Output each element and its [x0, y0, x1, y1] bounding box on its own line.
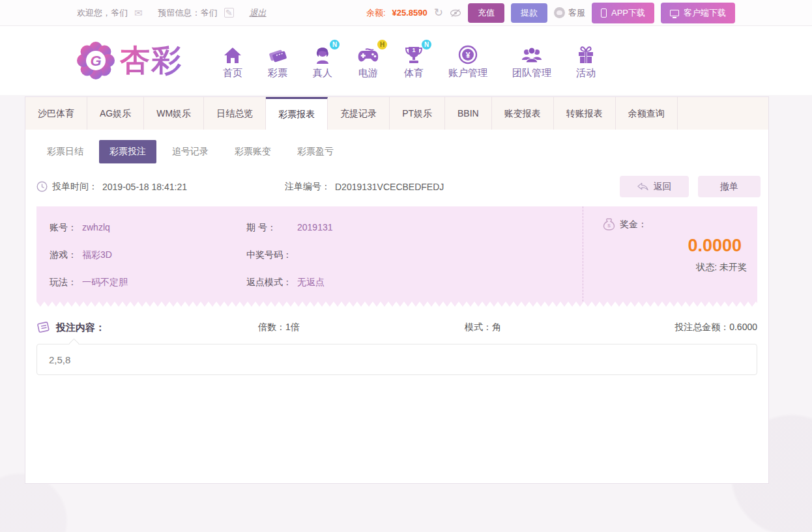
recharge-button[interactable]: 充值 — [468, 3, 504, 23]
withdraw-button[interactable]: 提款 — [511, 3, 547, 23]
subtab[interactable]: 追号记录 — [162, 140, 219, 163]
bet-content-icon — [36, 321, 51, 334]
gift-icon — [577, 46, 595, 64]
tab-label: 转账报表 — [566, 108, 603, 119]
bet-multiple: 倍数：1倍 — [258, 322, 465, 333]
report-tabs: 沙巴体育AG娱乐WM娱乐日结总览彩票报表充提记录PT娱乐BBIN账变报表转账报表… — [25, 97, 768, 130]
tab[interactable]: PT娱乐 — [390, 97, 445, 130]
rebate-mode-label: 返点模式： — [246, 277, 297, 288]
prize-value: 0.0000 — [603, 236, 747, 256]
client-download-button[interactable]: 客户端下载 — [661, 3, 735, 23]
team-icon — [521, 46, 543, 64]
tab-label: BBIN — [457, 108, 479, 119]
subtab[interactable]: 彩票盈亏 — [287, 140, 344, 163]
tab-label: 日结总览 — [216, 108, 253, 119]
order-detail-header: 投单时间：2019-05-18 18:41:21 注单编号：D2019131VC… — [36, 176, 761, 197]
app-download-label: APP下载 — [611, 7, 645, 19]
gamepad-icon — [357, 48, 379, 64]
nav-label: 账户管理 — [448, 67, 487, 79]
nav-item-promotions[interactable]: 活动 — [576, 42, 596, 79]
subtab-label: 彩票盈亏 — [297, 146, 334, 156]
subtab-label: 彩票投注 — [109, 146, 146, 156]
tab[interactable]: 日结总览 — [204, 97, 266, 130]
game-value: 福彩3D — [82, 249, 112, 260]
customer-service-icon — [554, 7, 565, 18]
status-label: 状态: — [696, 262, 717, 272]
client-download-label: 客户端下载 — [684, 7, 726, 19]
main-card: 沙巴体育AG娱乐WM娱乐日结总览彩票报表充提记录PT娱乐BBIN账变报表转账报表… — [25, 96, 769, 484]
subtab-label: 追号记录 — [172, 146, 209, 156]
issue-label: 期 号： — [246, 222, 297, 234]
ticket-icon — [267, 46, 288, 64]
tab[interactable]: 账变报表 — [492, 97, 554, 130]
tab[interactable]: 余额查询 — [616, 97, 678, 130]
bet-mode: 模式：角 — [465, 322, 674, 333]
nav-item-sports[interactable]: 1N 体育 — [404, 42, 424, 79]
subtab-label: 彩票账变 — [235, 146, 271, 156]
yuan-coin-icon: ¥ — [458, 45, 478, 64]
site-logo[interactable]: G 杏彩 — [77, 40, 182, 81]
topbar: 欢迎您，爷们 ✉ 预留信息：爷们 ✎ 退出 余额: ¥25.8590 ↻ 充值 … — [0, 0, 812, 26]
play-label: 玩法： — [50, 277, 82, 288]
tab[interactable]: AG娱乐 — [87, 97, 144, 130]
game-label: 游戏： — [50, 249, 82, 261]
reserved-info-text: 预留信息：爷们 — [158, 7, 218, 19]
tab[interactable]: 沙巴体育 — [25, 97, 87, 130]
nav-item-lottery[interactable]: 彩票 — [267, 42, 288, 79]
customer-service-button[interactable]: 客服 — [554, 7, 585, 19]
live-dealer-icon — [313, 45, 332, 64]
tab[interactable]: WM娱乐 — [144, 97, 204, 130]
tab-label: 充提记录 — [340, 108, 377, 119]
refresh-icon[interactable]: ↻ — [434, 6, 443, 20]
money-bag-icon: $ — [603, 218, 615, 231]
nav-label: 真人 — [313, 67, 332, 79]
tab[interactable]: 充提记录 — [328, 97, 390, 130]
tab-label: PT娱乐 — [402, 108, 432, 119]
winning-number-label: 中奖号码： — [246, 249, 297, 261]
cancel-order-button[interactable]: 撤单 — [698, 176, 761, 197]
nav-item-account[interactable]: ¥ 账户管理 — [448, 42, 487, 79]
subtab-label: 彩票日结 — [47, 146, 83, 156]
header: G 杏彩 首页 彩票 N 真人 H 电游 1N 体育 — [0, 26, 812, 95]
prize-label: 奖金： — [620, 219, 647, 231]
nav-item-team[interactable]: 团队管理 — [512, 42, 551, 79]
logo-flower-icon: G — [77, 42, 115, 79]
subtab[interactable]: 彩票投注 — [99, 140, 156, 163]
bet-time-value: 2019-05-18 18:41:21 — [102, 182, 187, 192]
tab-label: 彩票报表 — [278, 109, 315, 119]
status-value: 未开奖 — [719, 262, 747, 272]
ticket-zigzag-edge — [36, 301, 757, 307]
nav-label: 彩票 — [268, 67, 287, 79]
eye-off-icon[interactable] — [450, 8, 461, 18]
order-no-value: D2019131VCECBEDFEDJ — [335, 182, 444, 192]
home-icon — [223, 46, 242, 64]
bet-numbers-box: 2,5,8 — [36, 344, 757, 375]
svg-text:1: 1 — [412, 47, 415, 53]
phone-icon — [601, 8, 607, 18]
nav-label: 体育 — [404, 67, 424, 79]
tab-label: 沙巴体育 — [38, 108, 74, 119]
back-arrow-icon — [637, 182, 648, 191]
nav-item-live-casino[interactable]: N 真人 — [313, 42, 332, 79]
bet-time-label: 投单时间： — [52, 181, 98, 193]
edit-icon[interactable]: ✎ — [224, 8, 234, 18]
back-button[interactable]: 返回 — [620, 176, 689, 197]
tab[interactable]: 彩票报表 — [266, 97, 328, 130]
subtab[interactable]: 彩票日结 — [36, 140, 94, 163]
tab[interactable]: 转账报表 — [554, 97, 616, 130]
svg-text:G: G — [90, 53, 101, 69]
subtab[interactable]: 彩票账变 — [224, 140, 282, 163]
logout-link[interactable]: 退出 — [250, 7, 267, 19]
nav-label: 团队管理 — [512, 67, 551, 79]
nav-label: 活动 — [576, 67, 596, 79]
brand-name: 杏彩 — [120, 40, 182, 81]
nav-label: 电游 — [358, 67, 378, 79]
tab[interactable]: BBIN — [445, 97, 492, 130]
mail-icon[interactable]: ✉ — [134, 7, 143, 19]
nav-item-games[interactable]: H 电游 — [357, 42, 379, 79]
bet-content-label: 投注内容： — [56, 322, 105, 334]
nav-item-home[interactable]: 首页 — [223, 42, 242, 79]
app-download-button[interactable]: APP下载 — [592, 3, 654, 23]
tab-label: 账变报表 — [504, 108, 541, 119]
monitor-icon — [670, 10, 679, 16]
